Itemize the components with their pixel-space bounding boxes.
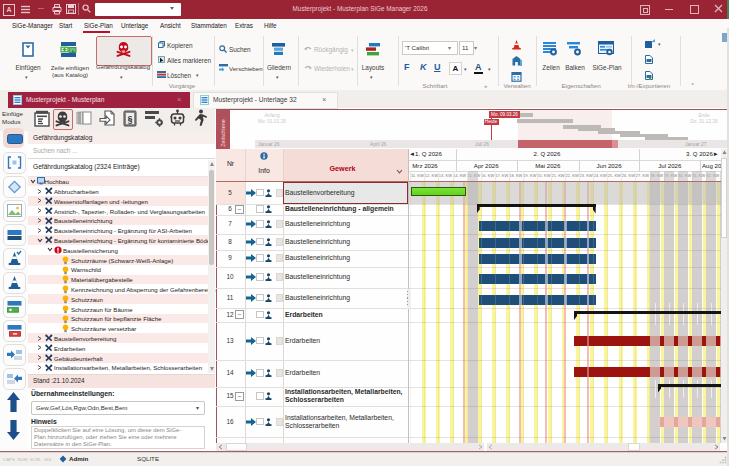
svg-text:§: § bbox=[127, 114, 132, 124]
svg-text:Zeitschiene: Zeitschiene bbox=[220, 119, 226, 147]
